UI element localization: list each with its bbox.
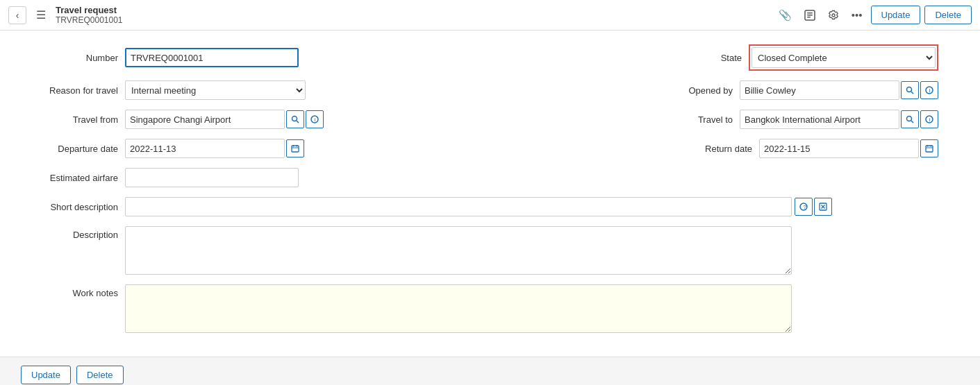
short-desc-info-icon[interactable]: ?	[795, 198, 813, 216]
row-short-desc: Short description ?	[21, 197, 959, 216]
field-return: Return date	[480, 139, 960, 158]
number-input[interactable]	[125, 48, 299, 67]
departure-input[interactable]	[125, 139, 285, 158]
more-icon[interactable]: •••	[847, 6, 867, 24]
airfare-input[interactable]	[125, 168, 299, 187]
row-dates: Departure date Return date	[21, 139, 959, 158]
field-opened-by: Opened by i	[480, 80, 960, 100]
svg-point-4	[832, 14, 835, 17]
description-label: Description	[21, 226, 118, 240]
travel-to-search-icon[interactable]	[901, 110, 919, 128]
short-desc-clear-icon[interactable]	[814, 198, 832, 216]
form-content: Number State Closed Complete Open In Pro…	[0, 31, 980, 357]
short-desc-input[interactable]	[125, 197, 792, 216]
opened-by-input[interactable]	[740, 80, 899, 100]
travel-from-info-icon[interactable]: i	[306, 110, 324, 128]
return-label: Return date	[655, 144, 752, 154]
svg-text:i: i	[929, 87, 931, 94]
field-number: Number	[21, 48, 480, 67]
state-wrapper: Closed Complete Open In Progress Cancell…	[749, 44, 938, 71]
field-travel-to: Travel to i	[480, 110, 960, 129]
header: ‹ ☰ Travel request TRVREQ0001001 📎 ••• U…	[0, 0, 980, 31]
svg-point-9	[292, 117, 297, 121]
back-button[interactable]: ‹	[8, 6, 26, 24]
return-calendar-icon[interactable]	[920, 139, 938, 157]
svg-line-10	[297, 121, 299, 123]
svg-line-6	[911, 92, 913, 94]
form-subtitle: TRVREQ0001001	[56, 15, 123, 25]
row-reason-opened: Reason for travel Internal meeting Exter…	[21, 80, 959, 100]
svg-rect-1	[807, 12, 813, 14]
attachment-icon[interactable]: 📎	[774, 6, 796, 24]
header-update-button[interactable]: Update	[871, 6, 921, 24]
svg-point-13	[907, 117, 912, 121]
svg-rect-17	[292, 146, 299, 152]
form-title: Travel request	[56, 5, 123, 15]
menu-button[interactable]: ☰	[32, 7, 50, 23]
bottom-update-button[interactable]: Update	[21, 366, 71, 384]
departure-label: Departure date	[21, 144, 118, 154]
svg-line-14	[911, 121, 913, 123]
svg-text:?: ?	[804, 204, 807, 210]
worknotes-label: Work notes	[21, 284, 118, 298]
row-airfare: Estimated airfare	[21, 168, 959, 187]
state-select[interactable]: Closed Complete Open In Progress Cancell…	[751, 47, 936, 68]
opened-by-label: Opened by	[636, 85, 733, 96]
header-right: 📎 ••• Update Delete	[774, 6, 972, 24]
field-airfare: Estimated airfare	[21, 168, 959, 187]
return-input[interactable]	[759, 139, 919, 158]
airfare-label: Estimated airfare	[21, 173, 118, 183]
settings-icon[interactable]	[824, 7, 843, 24]
header-title: Travel request TRVREQ0001001	[56, 5, 123, 25]
opened-by-search-icon[interactable]	[901, 81, 919, 99]
row-description: Description	[21, 226, 959, 275]
row-worknotes: Work notes	[21, 284, 959, 333]
number-label: Number	[21, 53, 118, 63]
travel-to-input[interactable]	[740, 110, 899, 129]
reason-label: Reason for travel	[21, 85, 118, 96]
svg-point-5	[907, 87, 912, 92]
header-delete-button[interactable]: Delete	[924, 6, 972, 24]
svg-rect-3	[807, 17, 811, 18]
activity-icon[interactable]	[800, 7, 820, 24]
reason-select[interactable]: Internal meeting External meeting Confer…	[125, 80, 306, 100]
field-state: State Closed Complete Open In Progress C…	[480, 44, 960, 71]
travel-from-label: Travel from	[21, 114, 118, 125]
svg-text:i: i	[929, 117, 931, 123]
opened-by-info-icon[interactable]: i	[920, 81, 938, 99]
worknotes-textarea[interactable]	[125, 284, 792, 333]
bottom-toolbar: Update Delete	[0, 357, 980, 385]
field-travel-from: Travel from i	[21, 110, 480, 129]
travel-from-search-icon[interactable]	[286, 110, 304, 128]
svg-rect-2	[807, 15, 813, 16]
travel-from-input[interactable]	[125, 110, 285, 129]
field-reason: Reason for travel Internal meeting Exter…	[21, 80, 480, 100]
departure-calendar-icon[interactable]	[286, 139, 304, 157]
state-label: State	[645, 53, 742, 63]
field-departure: Departure date	[21, 139, 480, 158]
description-textarea[interactable]	[125, 226, 792, 275]
svg-text:i: i	[315, 117, 316, 123]
short-desc-label: Short description	[21, 202, 118, 212]
row-travel: Travel from i Travel to i	[21, 110, 959, 129]
bottom-delete-button[interactable]: Delete	[76, 366, 124, 384]
row-number-state: Number State Closed Complete Open In Pro…	[21, 44, 959, 71]
travel-to-info-icon[interactable]: i	[920, 110, 938, 128]
header-left: ‹ ☰ Travel request TRVREQ0001001	[8, 5, 774, 25]
travel-to-label: Travel to	[636, 114, 733, 125]
svg-rect-21	[926, 146, 933, 152]
